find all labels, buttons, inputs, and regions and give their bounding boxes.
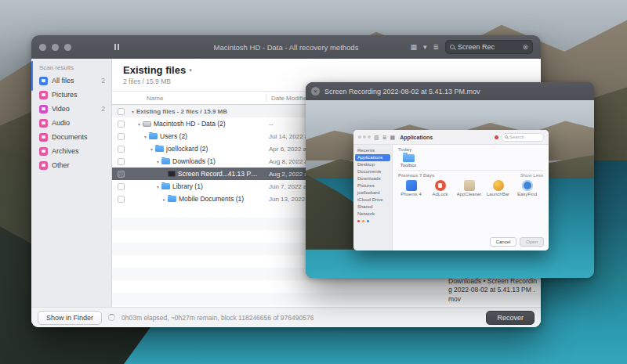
- main-titlebar[interactable]: Macintosh HD - Data - All recovery metho…: [31, 35, 541, 59]
- sidebar-item-pictures[interactable]: Pictures: [31, 88, 111, 102]
- finder-grid-view-icon: ▦: [390, 135, 396, 140]
- finder-list-view-icon: ≣: [382, 135, 387, 140]
- other-icon: [39, 161, 48, 170]
- preview-title: Screen Recording 2022-08-02 at 5.41.13 P…: [324, 88, 480, 96]
- sidebar-item-label: All files: [52, 77, 74, 85]
- chevron-down-icon[interactable]: ▾: [142, 134, 149, 139]
- window-title: Macintosh HD - Data - All recovery metho…: [214, 43, 359, 52]
- quicklook-preview-window: × Screen Recording 2022-08-02 at 5.41.13…: [306, 82, 594, 278]
- app-icon-red-hand: [435, 180, 446, 191]
- folder-icon: [161, 158, 170, 164]
- recover-button[interactable]: Recover: [486, 311, 535, 325]
- group-row-label: Existing files - 2 files / 15.9 MB: [136, 108, 227, 115]
- folder-icon: [149, 133, 158, 139]
- finder-sidebar-item: Documents: [355, 168, 390, 175]
- sidebar-item-video[interactable]: Video 2: [31, 102, 111, 116]
- close-icon[interactable]: ×: [311, 87, 320, 96]
- finder-file-area: Today Toolbox Previous 7 Days Show Less …: [393, 145, 549, 250]
- row-checkbox[interactable]: [118, 171, 125, 178]
- finder-app-item: LaunchBar: [485, 180, 511, 196]
- folder-label: Toolbox: [398, 163, 419, 168]
- view-options-caret-icon[interactable]: ▾: [423, 44, 427, 51]
- archives-icon: [39, 147, 48, 156]
- traffic-lights[interactable]: [39, 44, 71, 51]
- show-less-link: Show Less: [520, 173, 543, 178]
- finder-search-placeholder: Search: [509, 135, 524, 139]
- audio-icon: [39, 119, 48, 128]
- finder-sidebar-item: Network: [355, 211, 390, 218]
- row-name: Macintosh HD - Data (2): [154, 120, 226, 128]
- preview-content: ▥ ≣ ▦ Applications Search Recents Applic…: [306, 100, 594, 278]
- sidebar-item-other[interactable]: Other: [31, 158, 111, 172]
- app-label: Phoenix 4: [398, 192, 424, 196]
- main-footer: Show in Finder 0h03m elapsed, ~0h27m rem…: [31, 307, 541, 327]
- finder-folder-item: Toolbox: [398, 154, 419, 168]
- chevron-down-icon[interactable]: ▾: [154, 184, 161, 189]
- chevron-right-icon[interactable]: ▸: [161, 196, 168, 202]
- finder-app-item: Phoenix 4: [398, 180, 424, 196]
- search-input[interactable]: Screen Rec ⊗: [445, 40, 533, 54]
- title-chevron-down-icon[interactable]: ▾: [189, 67, 192, 74]
- finder-sidebar-item: joellockard: [355, 189, 390, 196]
- chevron-down-icon[interactable]: ▾: [136, 121, 143, 127]
- app-icon-gold: [493, 180, 504, 191]
- app-label: EasyFind: [514, 192, 540, 196]
- chevron-down-icon[interactable]: ▾: [154, 159, 161, 164]
- chevron-down-icon[interactable]: ▾: [129, 109, 136, 114]
- search-clear-icon[interactable]: ⊗: [522, 43, 528, 51]
- row-checkbox[interactable]: [118, 146, 125, 153]
- preview-titlebar[interactable]: × Screen Recording 2022-08-02 at 5.41.13…: [306, 82, 594, 100]
- row-name: joellockard (2): [166, 145, 208, 153]
- sidebar-item-label: Documents: [52, 133, 88, 141]
- finder-sidebar-item: Downloads: [355, 175, 390, 182]
- sidebar-item-all-files[interactable]: All files 2: [31, 74, 111, 88]
- grid-view-icon[interactable]: ▦: [410, 44, 417, 51]
- record-indicator-icon: [495, 135, 498, 139]
- app-icon-globe: [522, 180, 533, 191]
- pause-scan-icon[interactable]: [114, 44, 119, 50]
- scan-results-sidebar: Scan results All files 2 Pictures Video …: [31, 59, 112, 307]
- open-button: Open: [520, 237, 544, 247]
- chevron-down-icon[interactable]: ▾: [148, 146, 155, 152]
- column-name[interactable]: Name: [147, 95, 163, 102]
- zoom-button[interactable]: [64, 44, 71, 51]
- finder-location-title: Applications: [400, 135, 433, 140]
- show-in-finder-button[interactable]: Show in Finder: [38, 311, 102, 325]
- app-icon-blue: [406, 180, 417, 191]
- search-value[interactable]: Screen Rec: [458, 43, 519, 51]
- row-checkbox[interactable]: [118, 196, 125, 203]
- close-button[interactable]: [39, 44, 46, 51]
- row-checkbox[interactable]: [118, 121, 125, 128]
- row-date: --: [269, 121, 273, 128]
- row-name: Users (2): [160, 132, 187, 140]
- sidebar-item-audio[interactable]: Audio: [31, 116, 111, 130]
- finder-sidebar-item: Pictures: [355, 182, 390, 189]
- documents-icon: [39, 133, 48, 142]
- finder-search-field: Search: [502, 133, 544, 142]
- progress-spinner-icon: [108, 314, 115, 321]
- row-checkbox[interactable]: [118, 133, 125, 140]
- sidebar-item-label: Pictures: [52, 91, 78, 99]
- finder-sidebar: Recents Applications Desktop Documents D…: [353, 145, 393, 250]
- sidebar-item-archives[interactable]: Archives: [31, 144, 111, 158]
- movie-file-icon: [168, 171, 176, 177]
- finder-sidebar-toggle-icon: ▥: [374, 135, 379, 140]
- row-checkbox[interactable]: [118, 183, 125, 190]
- folder-icon: [403, 154, 415, 162]
- row-name: Mobile Documents (1): [179, 195, 244, 203]
- finder-tag-dots: [355, 218, 390, 222]
- minimize-button[interactable]: [52, 44, 59, 51]
- list-view-icon[interactable]: ≣: [433, 44, 439, 51]
- finder-sidebar-item: Desktop: [355, 161, 390, 168]
- row-checkbox[interactable]: [118, 158, 125, 165]
- recorded-finder-window: ▥ ≣ ▦ Applications Search Recents Applic…: [353, 130, 549, 250]
- row-name: Screen Record...41.13 PM.mov: [178, 170, 259, 178]
- sidebar-item-label: Archives: [52, 147, 79, 155]
- app-label: LaunchBar: [485, 192, 511, 196]
- row-checkbox[interactable]: [118, 108, 125, 115]
- sidebar-item-documents[interactable]: Documents: [31, 130, 111, 144]
- today-section-label: Today: [398, 147, 543, 152]
- cancel-button: Cancel: [490, 237, 517, 247]
- column-date-modified[interactable]: Date Modified: [266, 93, 310, 102]
- row-name: Downloads (1): [172, 157, 216, 165]
